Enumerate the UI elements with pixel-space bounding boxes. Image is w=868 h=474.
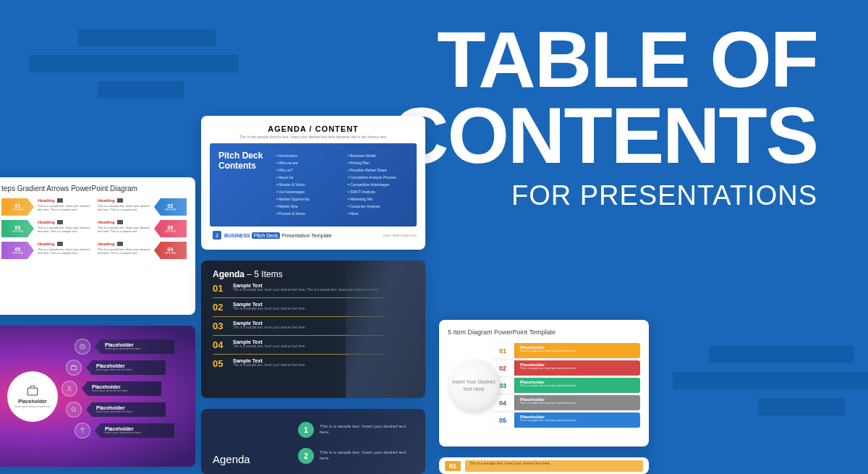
node-icon [61, 381, 77, 397]
radial-item: PlaceholderInsert your desired text here… [75, 423, 174, 439]
deco-rect [29, 55, 239, 72]
card4-hub: Placeholder Insert your desired text her… [7, 371, 58, 422]
card4-items: PlaceholderInsert your desired text here… [61, 339, 174, 444]
node-icon [66, 402, 82, 418]
arrow-cell: 05OPTIONHeadingThis is a sample text. In… [1, 242, 90, 259]
card1-inner-title: Pitch Deck Contents [218, 151, 276, 219]
radial-item: PlaceholderInsert your desired text here… [66, 402, 174, 418]
agenda-row: 2This is a sample text. Insert your desi… [298, 448, 415, 464]
card6-title: 5 Item Diagram PowerPoint Template [448, 329, 640, 336]
list-item: About Us [276, 175, 336, 179]
card1-header-sub: This is the sample dummy text. Insert yo… [210, 135, 417, 139]
card1-header: AGENDA / CONTENT [210, 124, 417, 133]
template-card-agenda-green: Agenda 1This is a sample text. Insert yo… [201, 409, 425, 474]
diagram-bar: 03PlaceholderThis is a sample text. Inse… [491, 378, 640, 393]
card5-title: Agenda [213, 453, 250, 465]
card1-footer-right: www.slidemodel.com [383, 233, 417, 237]
deco-rect [98, 81, 184, 98]
card2-grid: 01OPTIONHeadingThis is a sample text. In… [1, 198, 187, 259]
card4-hub-title: Placeholder [18, 399, 47, 404]
svg-point-4 [72, 407, 75, 411]
radial-item: PlaceholderInsert your desired text here… [66, 360, 174, 376]
list-item: Mission & Vision [276, 182, 336, 187]
list-item: Who we are [276, 161, 336, 165]
deco-rect [709, 346, 854, 363]
card6-circle: Insert Your Desired text Here [448, 360, 500, 412]
template-card-agenda-content: AGENDA / CONTENT This is the sample dumm… [201, 116, 425, 250]
diagram-bar: 04PlaceholderThis is a sample text. Inse… [491, 395, 640, 410]
card7-body: This is a sample text. Insert your desir… [465, 460, 643, 472]
card3-bg-image [346, 261, 425, 398]
deco-rect [673, 372, 868, 389]
card1-inner: Pitch Deck Contents IntroductionWho we a… [210, 143, 417, 227]
arrow-cell: HeadingThis is a sample text. Insert you… [98, 242, 187, 259]
list-item: Our Advantages [276, 190, 336, 194]
deco-rect [758, 398, 845, 415]
template-card-gradient-arrows: teps Gradient Arrows PowerPoint Diagram … [0, 177, 195, 315]
arrow-cell: 01OPTIONHeadingThis is a sample text. In… [1, 198, 90, 216]
list-item: Market Opportunity [276, 197, 336, 201]
headline-sub: FOR PRESENTATIONS [391, 180, 817, 211]
list-item: Competitive Advantages [348, 182, 408, 187]
template-card-5-item-diagram: 5 Item Diagram PowerPoint Template Inser… [439, 320, 649, 447]
card7-num: 01 [445, 461, 461, 471]
radial-item: PlaceholderInsert your desired text here… [75, 339, 174, 355]
list-item: SWOT Analysis [348, 190, 408, 194]
list-item: Introduction [276, 153, 336, 158]
headline-line1: TABLE OF [391, 22, 817, 98]
svg-rect-0 [27, 388, 38, 395]
list-item: Marketing Mix [348, 197, 408, 201]
list-item: Customer Analysis [348, 204, 408, 208]
card1-footer-num: 2 [213, 231, 221, 240]
list-item: Pricing Plan [348, 161, 408, 165]
diagram-bar: 02PlaceholderThis is a sample text. Inse… [491, 360, 640, 376]
list-item: Product & Demo [276, 211, 336, 216]
card4-hub-sub: Insert your desired text here. [14, 405, 51, 409]
card1-col2: Business ModelPricing PlanPossible Marke… [348, 151, 408, 219]
node-icon [66, 360, 82, 376]
node-icon [75, 339, 90, 355]
deco-rect [78, 29, 216, 46]
list-item: Business Model [348, 153, 408, 158]
main-headline: TABLE OF CONTENTS FOR PRESENTATIONS [391, 22, 817, 211]
diagram-bar: 01PlaceholderThis is a sample text. Inse… [491, 343, 640, 358]
radial-item: PlaceholderInsert your desired text here… [61, 381, 174, 397]
arrow-cell: HeadingThis is a sample text. Insert you… [98, 220, 187, 237]
node-icon [75, 423, 90, 439]
template-card-snippet: 01 This is a sample text. Insert your de… [439, 457, 649, 474]
diagram-bar: 05PlaceholderThis is a sample text. Inse… [491, 412, 640, 428]
list-item: Why us? [276, 168, 336, 172]
template-card-agenda-dark: Agenda – 5 Items 01Sample TextThis is a … [201, 261, 425, 398]
list-item: Possible Market Share [348, 168, 408, 172]
template-card-placeholder-radial: Placeholder Insert your desired text her… [0, 326, 195, 467]
list-item: Market Size [276, 204, 336, 208]
svg-point-3 [69, 386, 71, 389]
list-item: Competitor Analysis Process [348, 175, 408, 179]
list-item: More [348, 211, 408, 216]
card1-col1: IntroductionWho we areWhy us?About UsMis… [276, 151, 336, 219]
arrow-cell: 03OPTIONHeadingThis is a sample text. In… [1, 220, 90, 237]
arrow-cell: HeadingThis is a sample text. Insert you… [98, 198, 187, 216]
card1-footer-text: BUSINESS Pitch Deck Presentation Templat… [224, 233, 332, 238]
svg-rect-2 [72, 366, 77, 370]
briefcase-icon [26, 384, 39, 397]
card2-title: teps Gradient Arrows PowerPoint Diagram [1, 185, 187, 192]
headline-line2: CONTENTS [391, 98, 817, 174]
card1-footer: 2 BUSINESS Pitch Deck Presentation Templ… [210, 231, 417, 240]
agenda-row: 1This is a sample text. Insert your desi… [298, 422, 415, 438]
